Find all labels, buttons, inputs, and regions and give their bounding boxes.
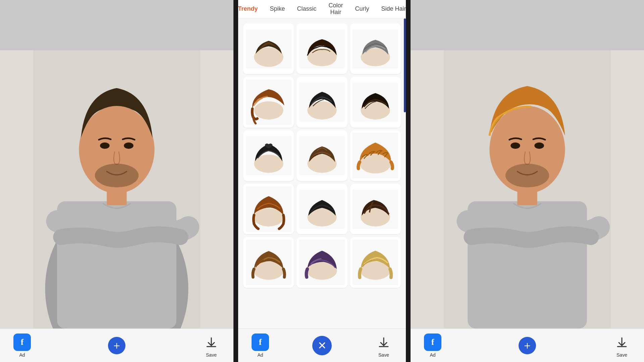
tab-spike[interactable]: Spike [264,3,291,15]
right-ad-button[interactable]: f Ad [424,334,441,358]
center-ad-label: Ad [257,352,263,358]
center-save-icon [375,334,392,351]
hair-item-10[interactable] [243,184,294,234]
svg-point-7 [95,164,139,187]
hair-item-9[interactable] [350,130,401,181]
left-divider [233,0,238,362]
center-bottom-bar: f Ad ✕ Save [238,328,406,362]
center-save-label: Save [378,352,389,358]
tab-curly[interactable]: Curly [349,3,375,15]
left-panel-top [0,0,233,50]
center-close-button[interactable]: ✕ [312,336,332,355]
hair-category-tabs: Trendy Spike Classic ColorHair Curly Sid… [238,0,406,18]
hair-item-14[interactable] [297,237,347,288]
close-circle-icon: ✕ [312,336,332,355]
center-ad-button[interactable]: f Ad [252,334,269,358]
hair-item-5[interactable] [297,77,347,127]
hair-item-7[interactable] [243,130,294,181]
left-panel: f Ad ＋ Save [0,0,233,362]
left-add-icon: ＋ [108,337,125,354]
svg-point-6 [124,142,133,149]
svg-point-15 [254,101,283,119]
tab-side-hair[interactable]: Side Hair [375,3,412,15]
right-facebook-icon: f [424,334,441,351]
right-ad-label: Ad [430,352,435,358]
center-save-button[interactable]: Save [375,334,392,358]
svg-point-5 [100,142,109,149]
right-save-label: Save [616,352,627,358]
left-person-photo [0,50,233,328]
tab-color-hair[interactable]: ColorHair [323,0,349,18]
right-save-button[interactable]: Save [613,334,631,358]
right-person-photo [411,50,644,328]
svg-point-42 [511,142,520,149]
hair-item-13[interactable] [243,237,294,288]
hair-item-1[interactable] [243,23,294,74]
hair-item-8[interactable] [297,130,347,181]
right-panel: f Ad ＋ Save [411,0,644,362]
svg-point-11 [307,48,337,66]
svg-point-43 [534,142,544,149]
left-ad-button[interactable]: f Ad [13,334,31,358]
right-add-icon: ＋ [519,337,536,354]
hair-item-12[interactable] [350,184,401,234]
right-bottom-bar: f Ad ＋ Save [411,328,644,362]
hair-item-11[interactable] [297,184,347,234]
tab-classic[interactable]: Classic [291,3,323,15]
left-add-button[interactable]: ＋ [108,337,125,354]
hair-item-6[interactable] [350,77,401,127]
right-add-button[interactable]: ＋ [519,337,536,354]
center-facebook-icon: f [252,334,269,351]
left-ad-label: Ad [19,352,25,358]
left-save-icon [203,334,220,351]
hair-style-grid [240,22,404,290]
svg-point-44 [505,164,549,187]
left-facebook-icon: f [13,334,31,351]
tab-trendy[interactable]: Trendy [232,3,264,15]
left-bottom-bar: f Ad ＋ Save [0,328,233,362]
hair-item-4[interactable] [243,77,294,127]
right-divider [406,0,411,362]
hair-item-15[interactable] [350,237,401,288]
left-save-button[interactable]: Save [203,334,220,358]
left-save-label: Save [206,352,217,358]
right-save-icon [613,334,631,351]
hair-item-3[interactable] [350,23,401,74]
hair-grid-wrapper[interactable] [238,18,406,328]
right-panel-top [411,0,644,50]
center-panel: Trendy Spike Classic ColorHair Curly Sid… [238,0,406,362]
hair-item-2[interactable] [297,23,347,74]
